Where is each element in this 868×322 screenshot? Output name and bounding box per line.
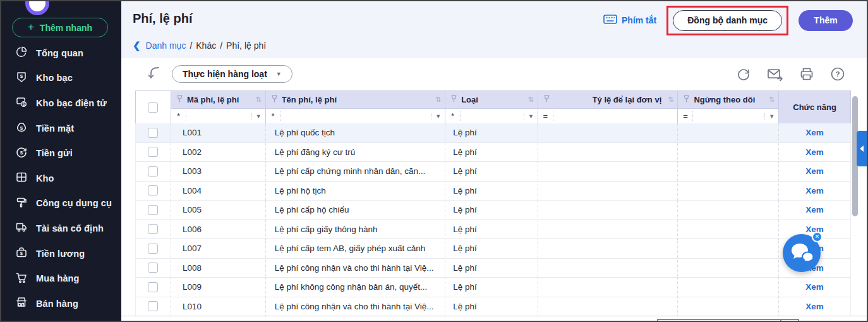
filter-input[interactable] — [553, 109, 678, 123]
row-checkbox[interactable] — [148, 282, 158, 292]
filter-input[interactable] — [186, 109, 251, 123]
sort-icon[interactable]: ⇅ — [528, 96, 534, 104]
sidebar-item-8[interactable]: Tài sản cố định — [1, 216, 121, 241]
svg-text:$: $ — [20, 251, 23, 256]
collapse-panel-tab[interactable] — [857, 131, 867, 166]
cell-name: Lệ phí cấp giấy thông hành — [266, 220, 445, 239]
table-row[interactable]: L010Lệ phí công nhận và cho thi hành tại… — [135, 297, 851, 317]
sidebar-item-label: Mua hàng — [36, 273, 79, 283]
row-checkbox[interactable] — [148, 147, 158, 157]
table-row[interactable]: L005Lệ phí cấp hộ chiếuLệ phíXem — [135, 201, 851, 220]
filter-input[interactable] — [693, 109, 764, 123]
svg-text:?: ? — [835, 70, 840, 78]
sidebar-item-2[interactable]: $Kho bạc — [1, 66, 121, 91]
filter-dropdown-icon[interactable]: ▼ — [524, 113, 538, 120]
bulk-action-dropdown[interactable]: Thực hiện hàng loạt ▼ — [172, 65, 292, 83]
app-window: + Thêm nhanh Tổng quan$Kho bạc$Kho bạc đ… — [0, 0, 868, 322]
app-logo[interactable] — [25, 1, 49, 15]
row-checkbox[interactable] — [148, 224, 158, 234]
row-checkbox[interactable] — [148, 185, 158, 195]
sidebar-item-1[interactable]: Tổng quan — [1, 40, 121, 66]
sidebar-item-4[interactable]: $Tiền mặt — [1, 116, 121, 141]
pie-chart-icon — [15, 46, 28, 60]
chevron-down-icon: ▼ — [276, 71, 282, 77]
column-header-type[interactable]: Loại⇅ — [445, 91, 538, 108]
view-link[interactable]: Xem — [805, 186, 824, 195]
row-checkbox[interactable] — [148, 263, 158, 273]
shortcuts-link[interactable]: Phím tắt — [603, 15, 656, 26]
partial-dropdown-cutoff[interactable] — [657, 319, 799, 322]
filter-operator[interactable]: * — [266, 111, 281, 121]
sidebar-item-11[interactable]: Bán hàng — [1, 291, 121, 316]
table-row[interactable]: L003Lệ phí cấp chứng minh nhân dân, căn.… — [135, 162, 851, 182]
filter-dropdown-icon[interactable]: ▼ — [251, 113, 265, 120]
row-checkbox[interactable] — [148, 128, 158, 138]
help-icon[interactable]: ? — [830, 66, 845, 82]
view-link[interactable]: Xem — [805, 166, 824, 176]
filter-dropdown-icon[interactable]: ▼ — [764, 113, 778, 120]
table-row[interactable]: L007Lệ phí cấp tem AB, giấy phép xuất cả… — [135, 239, 851, 259]
refresh-icon[interactable] — [736, 66, 751, 82]
truck-icon — [15, 221, 28, 235]
table-row[interactable]: L008Lệ phí công nhận và cho thi hành tại… — [135, 259, 851, 278]
pin-icon[interactable] — [543, 94, 550, 106]
column-label: Tỷ lệ để lại đơn vị — [593, 95, 662, 104]
sidebar-item-9[interactable]: $Tiền lương — [1, 241, 121, 266]
column-header-name[interactable]: Tên phí, lệ phí⇅ — [266, 91, 445, 108]
table-row[interactable]: L001Lệ phí quốc tịchLệ phíXem — [135, 123, 851, 143]
filter-input[interactable] — [281, 109, 431, 123]
pin-icon[interactable] — [450, 94, 457, 106]
pin-icon[interactable] — [176, 94, 183, 106]
table-row[interactable]: L002Lệ phí đăng ký cư trúLệ phíXem — [135, 143, 851, 163]
view-link[interactable]: Xem — [805, 205, 824, 214]
sidebar-item-5[interactable]: $Tiền gửi — [1, 140, 121, 166]
table-row[interactable]: L009Lệ phí không công nhận bản án, quyết… — [135, 278, 851, 297]
filter-operator[interactable]: * — [171, 111, 186, 121]
svg-text:$: $ — [20, 125, 23, 131]
row-checkbox[interactable] — [148, 301, 158, 311]
view-link[interactable]: Xem — [805, 282, 824, 292]
close-icon[interactable]: ✕ — [812, 232, 823, 242]
row-select-cell — [136, 297, 171, 316]
filter-operator[interactable]: * — [445, 111, 461, 121]
mail-export-icon[interactable] — [767, 66, 783, 82]
cell-stop — [678, 220, 779, 239]
sort-descending-icon[interactable] — [147, 65, 160, 84]
row-checkbox[interactable] — [148, 166, 158, 176]
select-all-checkbox[interactable] — [148, 102, 158, 113]
quick-add-button[interactable]: + Thêm nhanh — [12, 18, 108, 37]
add-button[interactable]: Thêm — [799, 10, 853, 31]
sort-icon[interactable]: ⇅ — [668, 96, 673, 104]
chat-support-button[interactable]: ✕ — [783, 234, 821, 272]
filter-operator[interactable]: = — [678, 111, 693, 121]
sidebar-item-6[interactable]: Kho — [1, 166, 121, 191]
filter-input[interactable] — [461, 109, 524, 123]
column-header-code[interactable]: Mã phí, lệ phí⇅ — [171, 91, 265, 108]
breadcrumb-root[interactable]: Danh mục — [146, 40, 186, 51]
pin-icon[interactable] — [683, 94, 690, 106]
table-row[interactable]: L004Lệ phí hộ tịchLệ phíXem — [135, 182, 851, 201]
sync-categories-button[interactable]: Đồng bộ danh mục — [673, 10, 782, 31]
filter-dropdown-icon[interactable]: ▼ — [431, 113, 445, 120]
filter-operator[interactable]: = — [538, 111, 553, 121]
row-select-cell — [136, 143, 171, 162]
sort-icon[interactable]: ⇅ — [435, 96, 441, 104]
table-row[interactable]: L006Lệ phí cấp giấy thông hànhLệ phíXem — [135, 220, 851, 240]
chevron-left-icon[interactable]: ❮ — [133, 40, 141, 51]
pin-icon[interactable] — [271, 94, 278, 106]
column-header-rate[interactable]: Tỷ lệ để lại đơn vị⇅ — [538, 91, 678, 108]
header-actions: Phím tắt Đồng bộ danh mục Thêm — [603, 1, 853, 39]
view-link[interactable]: Xem — [805, 302, 824, 311]
treasury-icon: $ — [15, 71, 28, 85]
view-link[interactable]: Xem — [805, 128, 824, 137]
column-header-stop[interactable]: Ngừng theo dõi⇅ — [678, 91, 778, 108]
view-link[interactable]: Xem — [805, 147, 824, 157]
sort-icon[interactable]: ⇅ — [255, 96, 261, 104]
print-icon[interactable] — [799, 66, 814, 82]
row-checkbox[interactable] — [148, 205, 158, 215]
sidebar-item-3[interactable]: $Kho bạc điện tử — [1, 90, 121, 116]
sidebar-item-7[interactable]: Công cụ dụng cụ — [1, 191, 121, 216]
sort-icon[interactable]: ⇅ — [769, 96, 775, 104]
row-checkbox[interactable] — [148, 244, 158, 254]
sidebar-item-10[interactable]: Mua hàng — [1, 266, 121, 291]
